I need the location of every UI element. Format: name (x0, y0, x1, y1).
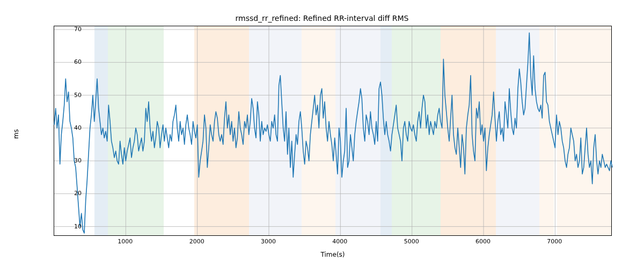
plot-area (54, 26, 612, 236)
y-tick-label: 70 (55, 26, 82, 33)
data-line (54, 26, 611, 235)
y-tick-label: 10 (55, 222, 82, 229)
x-tick-label: 1000 (118, 238, 133, 245)
y-tick-label: 40 (55, 124, 82, 131)
x-axis-label: Time(s) (321, 251, 345, 258)
x-tick-label: 7000 (547, 238, 562, 245)
x-tick-label: 2000 (189, 238, 204, 245)
chart-title: rmssd_rr_refined: Refined RR-interval di… (0, 14, 644, 23)
x-tick-label: 5000 (404, 238, 419, 245)
x-tick-label: 6000 (475, 238, 491, 245)
y-tick-label: 50 (55, 91, 82, 98)
line-chart: rmssd_rr_refined: Refined RR-interval di… (0, 0, 644, 268)
y-tick-label: 30 (55, 157, 82, 164)
series-line (54, 33, 612, 233)
x-tick-label: 4000 (332, 238, 347, 245)
y-tick-label: 20 (55, 190, 82, 197)
x-tick-label: 3000 (261, 238, 276, 245)
y-axis-label: ms (12, 129, 20, 139)
y-tick-label: 60 (55, 58, 82, 65)
